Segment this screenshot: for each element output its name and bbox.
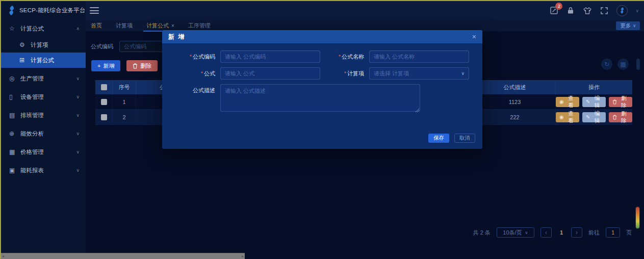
sidebar-item-pricing[interactable]: ▦ 价格管理 ∨ [1,144,86,160]
page-size-select[interactable]: 10条/页 ∨ [497,227,534,238]
sidebar-item-reports[interactable]: ▣ 能耗报表 ∨ [1,163,86,178]
cell-index: 1 [113,94,136,109]
delete-button[interactable]: 删除 [126,60,158,71]
app-window: SECP-能耗综合业务平台 ☆ 计算公式 ∧ ⚙ 计算项 ⊞ 计算公式 ◎ 生产… [0,0,644,259]
dialog-footer: 保存 取消 [428,134,475,143]
cell-desc: 222 [474,110,556,124]
total-count: 共 2 条 [473,229,491,237]
pencil-icon: ✎ [586,99,590,105]
refresh-icon[interactable]: ↻ [601,59,612,70]
tab-calc-item[interactable]: 计算项 [116,20,133,32]
sidebar: SECP-能耗综合业务平台 ☆ 计算公式 ∧ ⚙ 计算项 ⊞ 计算公式 ◎ 生产… [1,1,86,259]
device-icon: ▯ [9,93,20,100]
eye-icon: ◉ [559,99,564,105]
edit-button[interactable]: ✎ 编辑 [582,112,606,122]
grid-icon: ⊞ [19,57,31,64]
lock-icon[interactable] [566,6,575,15]
trash-icon [612,99,617,105]
required-asterisk: * [344,70,346,76]
formula-desc-textarea[interactable] [220,84,420,112]
cancel-button[interactable]: 取消 [454,134,475,143]
production-icon: ◎ [9,75,20,82]
schedule-icon: ▤ [9,112,20,119]
chevron-down-icon: ∨ [76,94,80,99]
select-all-checkbox[interactable] [101,84,107,90]
view-button[interactable]: ◉ 查看 [556,112,579,122]
close-tab-icon[interactable]: × [171,23,174,29]
analysis-icon: ⊕ [9,130,20,137]
col-header-actions: 操作 [556,80,632,94]
eye-icon: ◉ [559,114,564,120]
delete-row-button[interactable]: 删除 [609,97,632,107]
row-checkbox[interactable] [101,99,107,105]
scroll-left-icon[interactable]: ◂ [2,254,4,258]
chevron-down-icon: ∨ [76,149,80,154]
add-button[interactable]: + 新增 [91,60,120,71]
app-logo: SECP-能耗综合业务平台 [1,1,86,20]
chevron-up-icon: ∧ [76,26,80,31]
chevron-down-icon: ∨ [76,113,80,118]
gear-icon: ⚙ [19,41,31,48]
goto-suffix: 页 [626,229,632,237]
theme-tshirt-icon[interactable] [583,6,592,15]
row-checkbox[interactable] [101,114,107,120]
formula-name-input[interactable] [369,50,469,63]
sidebar-item-efficiency[interactable]: ⊕ 能效分析 ∨ [1,126,86,141]
sidebar-item-scheduling[interactable]: ▤ 排班管理 ∨ [1,108,86,123]
required-asterisk: * [201,70,203,76]
star-icon: ☆ [9,25,20,32]
message-edit-icon[interactable]: 2 [549,6,558,15]
chevron-down-icon: ∨ [461,71,465,76]
trash-icon [612,115,617,120]
plus-icon: + [97,63,100,69]
current-page[interactable]: 1 [558,229,565,236]
prev-page-button[interactable]: ‹ [540,227,552,238]
next-page-button[interactable]: › [571,227,582,238]
sidebar-item-equipment[interactable]: ▯ 设备管理 ∨ [1,89,86,105]
sidebar-group-formula[interactable]: ☆ 计算公式 ∧ [1,20,86,37]
user-avatar[interactable] [616,5,628,16]
add-formula-dialog: 新 增 × *公式编码 *公式名称 *公式 *计算项 [162,30,482,149]
tab-home[interactable]: 首页 [91,20,102,32]
goto-label: 前往 [588,229,600,237]
scroll-heatmap-indicator [636,207,639,228]
scroll-right-icon[interactable]: ▸ [242,254,244,258]
trash-icon [133,63,138,69]
formula-code-input[interactable] [220,50,320,63]
user-menu-caret-icon[interactable]: ∨ [635,8,639,13]
table-tools: ↻ ▦ [601,59,629,70]
cell-index: 2 [113,110,136,124]
desc-label: 公式描述 [171,84,220,94]
sidebar-item-production[interactable]: ◎ 生产管理 ∨ [1,71,86,86]
required-asterisk: * [339,54,341,60]
chevron-down-icon: ∨ [525,230,528,235]
sidebar-item-calc-item[interactable]: ⚙ 计算项 [1,37,86,53]
search-filter-row: 公式编码 [91,41,172,52]
calc-item-select[interactable]: 请选择 计算项 ∨ [369,67,469,80]
notification-badge: 2 [555,3,562,10]
mini-scroll-indicator [636,59,640,70]
chevron-down-icon: ∨ [76,168,80,173]
sidebar-item-calc-formula[interactable]: ⊞ 计算公式 [1,53,86,68]
save-button[interactable]: 保存 [428,134,449,143]
chevron-down-icon: ∨ [633,23,636,28]
formula-input[interactable] [220,67,320,80]
more-tabs-button[interactable]: 更多 ∨ [616,21,640,30]
horizontal-scrollbar[interactable]: ◂ ▸ [1,253,245,259]
close-icon[interactable]: × [472,33,476,40]
column-settings-icon[interactable]: ▦ [617,59,629,70]
goto-page-input[interactable] [606,227,620,238]
report-icon: ▣ [9,167,20,174]
top-header: 2 ∨ [86,1,644,20]
hamburger-menu-icon[interactable] [90,7,99,14]
logo-swoosh-icon [8,6,15,15]
pagination: 共 2 条 10条/页 ∨ ‹ 1 › 前往 页 [473,227,632,238]
view-button[interactable]: ◉ 查看 [556,97,579,107]
fullscreen-icon[interactable] [600,6,609,15]
dialog-title: 新 增 [168,33,185,41]
price-icon: ▦ [9,148,20,156]
filter-label: 公式编码 [91,43,113,50]
dialog-body: *公式编码 *公式名称 *公式 *计算项 请选择 计算项 ∨ [162,43,482,114]
edit-button[interactable]: ✎ 编辑 [582,97,606,107]
delete-row-button[interactable]: 删除 [609,112,632,122]
